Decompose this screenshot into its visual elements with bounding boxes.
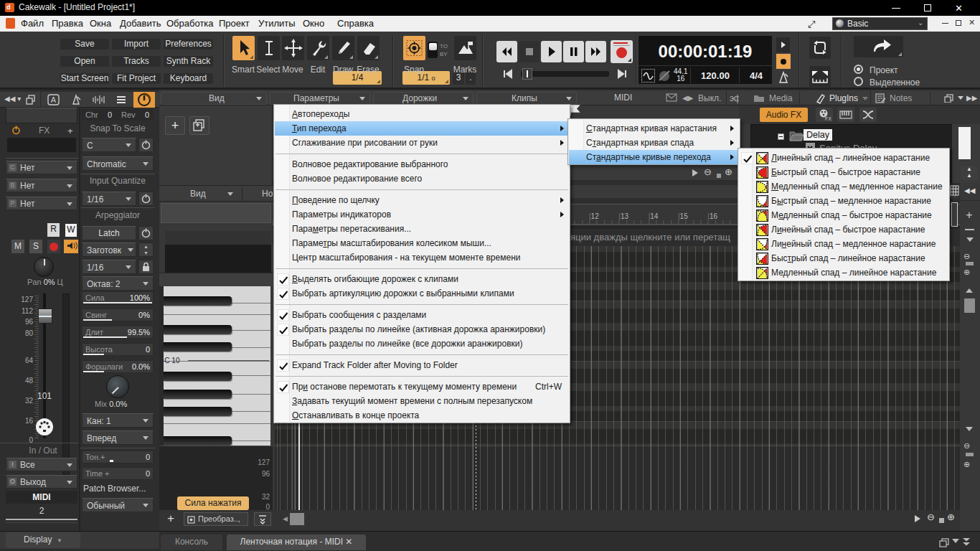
svg-text:A: A [51, 95, 57, 104]
svg-text:FX: FX [825, 116, 831, 121]
